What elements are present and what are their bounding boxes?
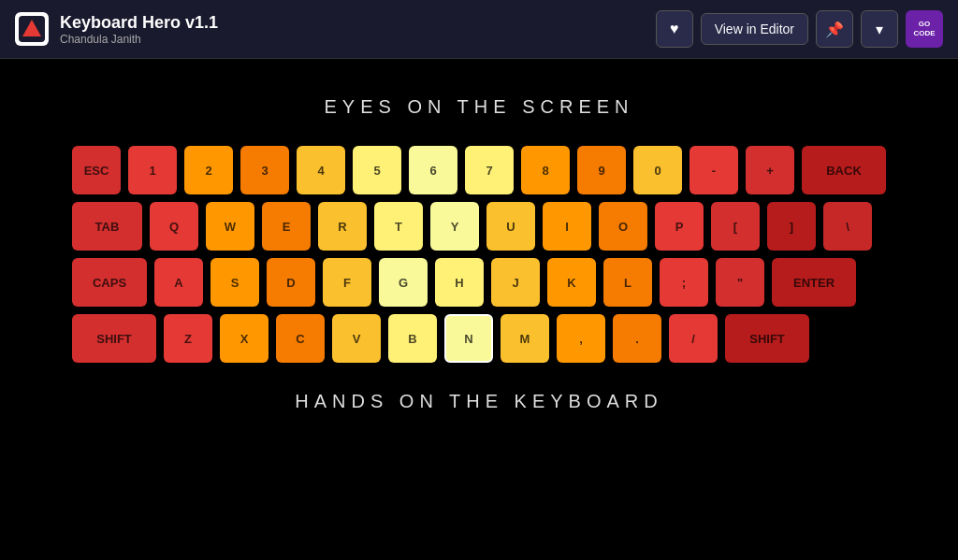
key-m[interactable]: M bbox=[501, 314, 549, 363]
key-h[interactable]: H bbox=[435, 258, 484, 307]
key-w[interactable]: W bbox=[206, 202, 254, 251]
key-enter[interactable]: ENTER bbox=[772, 258, 856, 307]
bottom-label: HANDS ON THE KEYBOARD bbox=[295, 391, 662, 412]
key-x[interactable]: ] bbox=[767, 202, 816, 251]
key-u[interactable]: U bbox=[486, 202, 535, 251]
pin-button[interactable]: 📌 bbox=[816, 10, 853, 48]
key-x[interactable]: X bbox=[220, 314, 269, 363]
key-1[interactable]: 1 bbox=[128, 146, 177, 194]
chevron-down-icon: ▾ bbox=[876, 21, 883, 38]
key-x[interactable]: ; bbox=[660, 258, 708, 307]
key-n[interactable]: N bbox=[444, 314, 493, 363]
view-in-editor-button[interactable]: View in Editor bbox=[701, 13, 808, 45]
key-8[interactable]: 8 bbox=[521, 146, 570, 194]
key-4[interactable]: 4 bbox=[297, 146, 345, 194]
main-content: EYES ON THE SCREEN ESC1234567890-+BACK T… bbox=[0, 59, 958, 412]
avatar-text: GOCODE bbox=[913, 20, 935, 37]
key-3[interactable]: 3 bbox=[240, 146, 289, 194]
app-title: Keyboard Hero v1.1 bbox=[60, 13, 218, 33]
key-x[interactable]: " bbox=[716, 258, 764, 307]
key-5[interactable]: 5 bbox=[353, 146, 401, 194]
key-q[interactable]: Q bbox=[150, 202, 198, 251]
key-row-1: ESC1234567890-+BACK bbox=[72, 146, 886, 194]
top-label: EYES ON THE SCREEN bbox=[324, 96, 633, 118]
key-esc[interactable]: ESC bbox=[72, 146, 121, 194]
key-d[interactable]: D bbox=[267, 258, 315, 307]
key-c[interactable]: C bbox=[276, 314, 325, 363]
key-row-2: TABQWERTYUIOP[]\ bbox=[72, 202, 886, 251]
key-b[interactable]: B bbox=[388, 314, 437, 363]
key-i[interactable]: I bbox=[543, 202, 591, 251]
header: Keyboard Hero v1.1 Chandula Janith ♥ Vie… bbox=[0, 0, 958, 59]
key-t[interactable]: T bbox=[374, 202, 423, 251]
keyboard: ESC1234567890-+BACK TABQWERTYUIOP[]\ CAP… bbox=[53, 146, 905, 363]
header-actions: ♥ View in Editor 📌 ▾ GOCODE bbox=[656, 10, 943, 48]
chevron-button[interactable]: ▾ bbox=[861, 10, 898, 48]
key-0[interactable]: 0 bbox=[633, 146, 682, 194]
app-logo bbox=[15, 12, 49, 46]
key-x[interactable]: + bbox=[746, 146, 794, 194]
key-x[interactable]: / bbox=[669, 314, 718, 363]
key-e[interactable]: E bbox=[262, 202, 311, 251]
key-o[interactable]: O bbox=[599, 202, 647, 251]
heart-button[interactable]: ♥ bbox=[656, 10, 693, 48]
key-k[interactable]: K bbox=[547, 258, 596, 307]
key-2[interactable]: 2 bbox=[184, 146, 233, 194]
key-p[interactable]: P bbox=[655, 202, 704, 251]
key-6[interactable]: 6 bbox=[409, 146, 457, 194]
key-j[interactable]: J bbox=[491, 258, 540, 307]
key-row-3: CAPSASDFGHJKL;"ENTER bbox=[72, 258, 886, 307]
key-shift[interactable]: SHIFT bbox=[72, 314, 156, 363]
key-v[interactable]: V bbox=[332, 314, 381, 363]
key-shift[interactable]: SHIFT bbox=[725, 314, 809, 363]
pin-icon: 📌 bbox=[825, 21, 844, 38]
key-x[interactable]: , bbox=[557, 314, 605, 363]
key-9[interactable]: 9 bbox=[577, 146, 626, 194]
key-x[interactable]: - bbox=[689, 146, 738, 194]
key-s[interactable]: S bbox=[210, 258, 259, 307]
app-title-block: Keyboard Hero v1.1 Chandula Janith bbox=[60, 13, 218, 46]
key-tab[interactable]: TAB bbox=[72, 202, 142, 251]
key-x[interactable]: . bbox=[613, 314, 661, 363]
key-row-4: SHIFTZXCVBNM,./SHIFT bbox=[72, 314, 886, 363]
user-avatar[interactable]: GOCODE bbox=[906, 10, 943, 48]
key-back[interactable]: BACK bbox=[802, 146, 886, 194]
key-l[interactable]: L bbox=[603, 258, 652, 307]
key-g[interactable]: G bbox=[379, 258, 428, 307]
app-subtitle: Chandula Janith bbox=[60, 33, 218, 46]
key-z[interactable]: Z bbox=[164, 314, 212, 363]
view-in-editor-label: View in Editor bbox=[715, 22, 794, 36]
heart-icon: ♥ bbox=[670, 21, 679, 37]
key-r[interactable]: R bbox=[318, 202, 367, 251]
key-y[interactable]: Y bbox=[430, 202, 479, 251]
key-x[interactable]: \ bbox=[823, 202, 872, 251]
key-a[interactable]: A bbox=[154, 258, 203, 307]
key-x[interactable]: [ bbox=[711, 202, 760, 251]
key-caps[interactable]: CAPS bbox=[72, 258, 147, 307]
key-7[interactable]: 7 bbox=[465, 146, 514, 194]
key-f[interactable]: F bbox=[323, 258, 371, 307]
